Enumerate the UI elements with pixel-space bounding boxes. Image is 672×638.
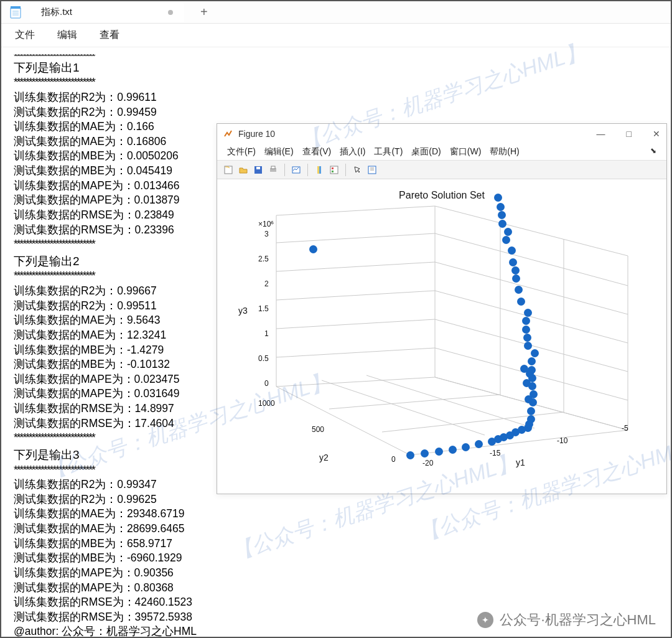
figure-window[interactable]: Figure 10 — □ ✕ 文件(F) 编辑(E) 查看(V) 插入(I) … [217, 123, 667, 494]
scatter-point [525, 420, 533, 428]
z-tick: 1.5 [258, 304, 269, 313]
scatter-point [522, 326, 530, 334]
svg-line-34 [366, 375, 534, 428]
wechat-icon: ✦ [477, 612, 493, 628]
scatter-point [309, 245, 317, 253]
svg-line-23 [276, 291, 435, 300]
y-tick: 1000 [258, 399, 275, 408]
svg-line-31 [382, 412, 564, 432]
new-tab-button[interactable]: + [200, 5, 208, 19]
z-tick: 2 [264, 279, 269, 288]
svg-rect-13 [330, 166, 338, 174]
figure-title-text: Figure 10 [238, 129, 275, 139]
svg-rect-1 [11, 6, 21, 9]
scatter-point [498, 211, 506, 219]
scatter-point [527, 407, 535, 415]
scatter-point [509, 258, 517, 266]
svg-rect-14 [332, 167, 334, 169]
menu-file[interactable]: 文件 [15, 29, 35, 42]
maximize-button[interactable]: □ [627, 129, 632, 139]
svg-rect-11 [317, 166, 319, 174]
scatter-point [523, 334, 531, 342]
scatter-point [511, 266, 520, 274]
figure-toolbar [217, 161, 666, 179]
matlab-icon [223, 129, 233, 139]
close-button[interactable]: ✕ [653, 129, 660, 139]
text-line: 测试集数据的MAE为：28699.6465 [14, 522, 658, 537]
minimize-button[interactable]: — [597, 129, 605, 139]
text-line: 训练集数据的MAPE为：0.90356 [14, 566, 658, 581]
figmenu-desktop[interactable]: 桌面(D) [408, 146, 444, 157]
scatter-point [524, 342, 532, 350]
z-axis-label: y3 [238, 306, 248, 316]
edit-plot-icon[interactable] [366, 164, 378, 176]
figmenu-insert[interactable]: 插入(I) [336, 146, 369, 157]
footer-watermark: ✦ 公众号·机器学习之心HML [477, 611, 656, 629]
pin-icon[interactable]: ⬊ [646, 146, 660, 157]
new-figure-icon[interactable] [222, 164, 235, 176]
plot-grid [217, 181, 668, 495]
z-axis-multiplier: ×10⁶ [258, 220, 274, 228]
figmenu-window[interactable]: 窗口(W) [446, 146, 485, 157]
figmenu-view[interactable]: 查看(V) [299, 146, 335, 157]
text-line: 训练集数据的R2为：0.99611 [14, 90, 658, 105]
link-axes-icon[interactable] [290, 164, 302, 176]
scatter-point [406, 451, 414, 459]
scatter-point [497, 203, 505, 211]
text-line: 训练集数据的MBE为：658.9717 [14, 537, 658, 551]
svg-line-29 [329, 395, 500, 409]
z-tick: 2.5 [258, 255, 269, 263]
x-tick: -5 [622, 424, 628, 433]
menu-bar: 文件 编辑 查看 [1, 24, 671, 47]
y-tick: 0 [391, 455, 396, 464]
figmenu-file[interactable]: 文件(F) [223, 146, 259, 157]
text-line: *************************** [14, 75, 658, 90]
scatter-point [504, 228, 512, 236]
x-tick: -20 [422, 459, 433, 467]
scatter-point [520, 365, 528, 373]
figure-titlebar[interactable]: Figure 10 — □ ✕ [217, 124, 666, 144]
figmenu-edit[interactable]: 编辑(E) [261, 146, 297, 157]
svg-rect-15 [332, 171, 334, 172]
notepad-icon [10, 6, 21, 19]
plot-area[interactable]: Pareto Solution Set [217, 181, 666, 494]
figmenu-tool[interactable]: 工具(T) [370, 146, 406, 157]
menu-view[interactable]: 查看 [100, 29, 119, 42]
text-line: 训练集数据的MAE为：29348.6719 [14, 507, 658, 522]
pointer-icon[interactable] [351, 164, 363, 176]
x-tick: -15 [490, 449, 500, 457]
window-controls: — □ ✕ [597, 129, 660, 139]
x-tick: -10 [557, 436, 567, 445]
open-icon[interactable] [237, 164, 250, 176]
z-tick: 3 [264, 230, 269, 238]
scatter-point [508, 246, 516, 255]
y-tick: 500 [312, 425, 324, 434]
tab-bar: 指标.txt + [1, 1, 671, 24]
y-axis-label: y2 [319, 453, 329, 462]
svg-line-21 [276, 319, 435, 329]
section-1-header: 下列是输出1 [14, 60, 658, 76]
z-tick: 0.5 [258, 354, 269, 363]
insert-legend-icon[interactable] [328, 164, 340, 176]
x-axis-label: y1 [516, 457, 525, 467]
svg-line-26 [435, 262, 628, 314]
z-tick: 1 [264, 329, 269, 338]
svg-line-25 [276, 262, 435, 271]
svg-rect-7 [256, 167, 260, 169]
figure-menu-bar: 文件(F) 编辑(E) 查看(V) 插入(I) 工具(T) 桌面(D) 窗口(W… [217, 144, 666, 161]
tab-active[interactable]: 指标.txt [30, 2, 184, 22]
svg-line-27 [276, 233, 435, 243]
scatter-point [506, 431, 514, 439]
tab-modified-indicator [168, 10, 173, 15]
footer-text: 公众号·机器学习之心HML [500, 611, 656, 629]
text-line: 测试集数据的MBE为：-6960.1929 [14, 551, 658, 566]
save-icon[interactable] [252, 164, 264, 176]
text-line: 测试集数据的MAPE为：0.80368 [14, 581, 658, 596]
insert-colorbar-icon[interactable] [313, 164, 325, 176]
figmenu-help[interactable]: 帮助(H) [486, 146, 523, 157]
scatter-point [435, 448, 443, 456]
menu-edit[interactable]: 编辑 [57, 29, 77, 42]
text-line: *************************** [14, 52, 658, 60]
scatter-point [524, 309, 532, 317]
print-icon[interactable] [267, 164, 279, 176]
